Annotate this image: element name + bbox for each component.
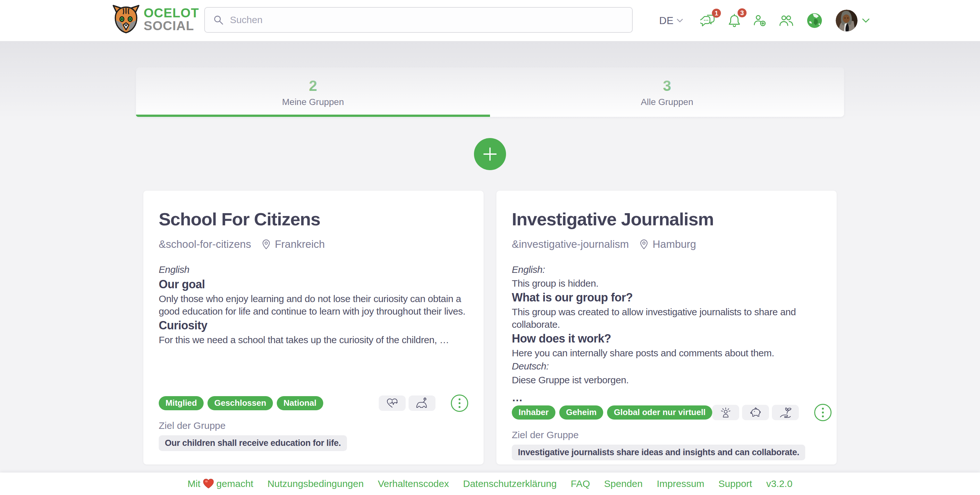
chevron-down-icon — [677, 19, 683, 22]
dots-vertical-icon — [458, 398, 461, 408]
search-icon — [213, 15, 224, 25]
group-location: Frankreich — [275, 238, 325, 251]
dots-vertical-icon — [821, 407, 824, 418]
group-meta: &investigative-journalism Hamburg — [512, 238, 821, 251]
group-card-investigative-journalism: Investigative Journalism &investigative-… — [496, 191, 837, 465]
group-badges: Mitglied Geschlossen National — [159, 396, 323, 410]
group-description: English: This group is hidden. What is o… — [512, 263, 821, 404]
group-slug: &school-for-citizens — [159, 238, 251, 251]
globe-icon — [806, 12, 823, 29]
hand-leaves-icon — [772, 405, 799, 420]
group-badges: Inhaber Geheim Global oder nur virtuell — [512, 406, 712, 419]
chat-badge: 1 — [712, 9, 721, 18]
tab-all-groups[interactable]: 3 Alle Gruppen — [490, 67, 844, 117]
description-heading: What is our group for? — [512, 290, 821, 305]
description-paragraph: This group is hidden. — [512, 277, 821, 289]
category-icons — [379, 396, 436, 411]
badge-scope: National — [277, 396, 323, 410]
group-title[interactable]: Investigative Journalism — [512, 209, 821, 229]
description-paragraph: For this we need a school that takes up … — [159, 334, 468, 346]
group-goal: Our children shall receive education for… — [159, 435, 347, 451]
description-paragraph: Diese Gruppe ist verborgen. — [512, 374, 821, 386]
avatar — [836, 10, 858, 32]
description-heading: Curiosity — [159, 318, 468, 333]
description-language: English: — [512, 263, 821, 276]
group-location: Hamburg — [652, 238, 696, 251]
heart-pulse-icon — [379, 396, 406, 411]
brand-wordmark: OCELOT SOCIAL — [144, 6, 199, 32]
piggy-bank-icon — [742, 405, 769, 420]
description-heading: Our goal — [159, 277, 468, 292]
footer-link-terms[interactable]: Nutzungsbedingungen — [267, 478, 364, 489]
brand-logo[interactable]: OCELOT SOCIAL — [111, 4, 199, 34]
description-paragraph: Here you can internally share posts and … — [512, 347, 821, 359]
group-title[interactable]: School For Citizens — [159, 209, 468, 229]
main-content: 2 Meine Gruppen 3 Alle Gruppen School Fo… — [0, 41, 980, 465]
group-slug: &investigative-journalism — [512, 238, 629, 251]
description-language: Deutsch: — [512, 360, 821, 372]
goal-label: Ziel der Gruppe — [512, 430, 821, 441]
footer-link-made-with-love[interactable]: Mit gemacht — [188, 478, 253, 489]
footer-version[interactable]: v3.2.0 — [766, 478, 792, 489]
search-bar — [204, 7, 633, 33]
map-button[interactable] — [806, 12, 823, 29]
notifications-button[interactable]: 3 — [728, 13, 741, 28]
made-prefix: Mit — [188, 478, 200, 489]
group-card-school-for-citizens: School For Citizens &school-for-citizens… — [143, 191, 484, 465]
footer-link-faq[interactable]: FAQ — [571, 478, 590, 489]
badge-scope: Global oder nur virtuell — [607, 406, 712, 419]
badge-membership: Mitglied — [159, 396, 204, 410]
footer-link-privacy[interactable]: Datenschutzerklärung — [463, 478, 557, 489]
add-user-button[interactable] — [754, 14, 767, 27]
brand-line1: OCELOT — [144, 6, 199, 19]
create-group-button[interactable] — [474, 138, 506, 170]
brand-line2: SOCIAL — [144, 19, 199, 32]
card-footer: Inhaber Geheim Global oder nur virtuell — [512, 404, 821, 460]
language-code: DE — [659, 15, 673, 27]
notifications-badge: 3 — [738, 8, 746, 18]
heart-icon — [203, 479, 214, 489]
my-groups-count: 2 — [309, 77, 317, 94]
group-menu-button[interactable] — [814, 404, 832, 421]
language-selector[interactable]: DE — [659, 15, 683, 27]
description-paragraph: This group was created to allow investig… — [512, 306, 821, 331]
chevron-down-icon — [862, 18, 870, 23]
search-input[interactable] — [230, 14, 624, 26]
all-groups-count: 3 — [663, 77, 671, 94]
groups-button[interactable] — [779, 15, 793, 26]
footer-link-code-of-conduct[interactable]: Verhaltenscodex — [378, 478, 449, 489]
badge-membership: Inhaber — [512, 406, 555, 419]
active-tab-indicator — [136, 115, 490, 117]
goal-label: Ziel der Gruppe — [159, 420, 468, 431]
group-cards: School For Citizens &school-for-citizens… — [143, 191, 837, 465]
footer-link-imprint[interactable]: Impressum — [657, 478, 704, 489]
user-menu[interactable] — [836, 10, 870, 32]
category-icons — [712, 405, 799, 420]
footer: Mit gemacht Nutzungsbedingungen Verhalte… — [0, 473, 980, 495]
description-paragraph: Only those who enjoy learning and do not… — [159, 292, 468, 318]
group-goal: Investigative journalists share ideas an… — [512, 445, 805, 460]
group-description: English Our goal Only those who enjoy le… — [159, 263, 468, 347]
location-pin-icon — [262, 239, 270, 249]
group-menu-button[interactable] — [451, 394, 468, 412]
made-suffix: gemacht — [216, 478, 253, 489]
badge-visibility: Geschlossen — [207, 396, 273, 410]
plus-icon — [483, 147, 497, 161]
footer-link-support[interactable]: Support — [718, 478, 752, 489]
chat-button[interactable]: 1 — [700, 14, 715, 27]
electric-car-icon — [409, 396, 436, 411]
my-groups-label: Meine Gruppen — [282, 97, 344, 107]
group-meta: &school-for-citizens Frankreich — [159, 238, 468, 251]
location-pin-icon — [640, 239, 648, 249]
tab-my-groups[interactable]: 2 Meine Gruppen — [136, 67, 490, 117]
description-language: English — [159, 263, 468, 276]
add-user-icon — [754, 14, 767, 27]
badge-visibility: Geheim — [559, 406, 603, 419]
users-icon — [779, 15, 793, 26]
description-truncation: … — [512, 391, 821, 404]
footer-link-donate[interactable]: Spenden — [604, 478, 643, 489]
header-actions: DE 1 3 — [659, 0, 870, 41]
header: OCELOT SOCIAL DE 1 — [0, 0, 980, 41]
description-heading: How does it work? — [512, 331, 821, 346]
person-rays-icon — [712, 405, 739, 420]
